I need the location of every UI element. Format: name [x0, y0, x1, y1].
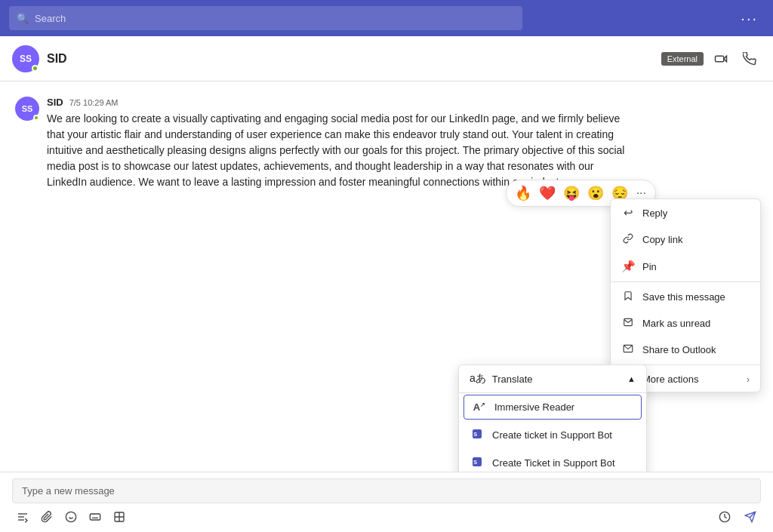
- schedule-icon: [719, 511, 731, 523]
- send-area: [714, 508, 761, 529]
- header-actions: External: [661, 48, 761, 70]
- collapse-icon: ▲: [627, 374, 636, 383]
- context-menu-right: ↩ Reply Copy link 📌 Pin Save this messag…: [610, 198, 761, 392]
- external-badge: External: [661, 52, 704, 66]
- translate-label: Translate: [492, 374, 533, 385]
- reaction-wow[interactable]: 😮: [585, 183, 606, 203]
- sub-immersive-reader[interactable]: A↗ Immersive Reader: [463, 395, 642, 420]
- sticker-button[interactable]: [109, 508, 130, 529]
- message-meta: SID 7/5 10:29 AM: [47, 97, 758, 108]
- avatar-initials: SS: [20, 54, 32, 64]
- msg-avatar-initials: SS: [22, 104, 33, 113]
- search-icon: 🔍: [17, 13, 29, 24]
- share-outlook-icon: [621, 343, 635, 356]
- sub-scroll-area[interactable]: A↗ Immersive Reader S Create ticket in S…: [459, 393, 646, 472]
- reaction-grin[interactable]: 😝: [561, 183, 582, 203]
- message-author: SID: [47, 97, 63, 108]
- save-icon: [621, 291, 635, 303]
- audio-call-button[interactable]: [738, 48, 761, 70]
- context-menu-sub: aあ Translate ▲ A↗ Immersive Reader S Cre…: [458, 364, 647, 472]
- ctx-reply[interactable]: ↩ Reply: [611, 199, 760, 226]
- ctx-mark-unread-label: Mark as unread: [642, 318, 710, 329]
- ctx-share-outlook[interactable]: Share to Outlook: [611, 337, 760, 363]
- svg-text:S: S: [473, 432, 477, 438]
- ctx-save-label: Save this message: [642, 291, 725, 303]
- keyboard-button[interactable]: [85, 508, 106, 529]
- svg-text:S: S: [473, 460, 477, 466]
- more-options-button[interactable]: ···: [735, 7, 764, 30]
- message-avatar: SS: [15, 97, 39, 121]
- create-ticket-2-icon: S: [470, 456, 485, 470]
- message-input-box[interactable]: Type a new message: [12, 478, 761, 503]
- more-actions-arrow-icon: ›: [747, 374, 750, 385]
- status-dot: [32, 65, 38, 72]
- immersive-reader-icon: A↗: [472, 401, 487, 413]
- input-toolbar: [12, 508, 761, 529]
- attach-button[interactable]: [36, 508, 57, 529]
- ctx-copy-link[interactable]: Copy link: [611, 226, 760, 253]
- reply-icon: ↩: [621, 206, 635, 220]
- msg-status-dot: [33, 115, 39, 121]
- sub-create-ticket-2[interactable]: S Create Ticket in Support Bot: [459, 449, 646, 472]
- svg-rect-22: [90, 514, 100, 520]
- ctx-save[interactable]: Save this message: [611, 284, 760, 310]
- svg-rect-0: [716, 56, 724, 62]
- ctx-mark-unread[interactable]: Mark as unread: [611, 310, 760, 337]
- message-container: SS SID 7/5 10:29 AM We are looking to cr…: [15, 97, 758, 190]
- reaction-fire[interactable]: 🔥: [513, 183, 534, 203]
- pin-icon: 📌: [621, 260, 635, 273]
- emoji-button[interactable]: [60, 508, 82, 529]
- send-icon: [744, 511, 756, 523]
- ctx-copy-link-label: Copy link: [642, 234, 682, 245]
- mark-unread-icon: [621, 317, 635, 330]
- sub-translate[interactable]: aあ Translate ▲: [459, 365, 646, 393]
- copy-link-icon: [621, 233, 635, 246]
- chat-header: SS SID External: [0, 36, 773, 81]
- sub-create-ticket-1-label: Create ticket in Support Bot: [492, 429, 612, 441]
- translate-icon: aあ: [470, 372, 486, 386]
- video-icon: [714, 52, 728, 66]
- ctx-pin-label: Pin: [642, 261, 657, 272]
- ctx-share-outlook-label: Share to Outlook: [642, 344, 716, 355]
- top-bar: 🔍 ···: [0, 0, 773, 36]
- ctx-more-actions-label: More actions: [642, 374, 698, 385]
- format-button[interactable]: [12, 508, 33, 529]
- sub-immersive-reader-label: Immersive Reader: [494, 401, 574, 413]
- sticker-icon: [113, 511, 125, 523]
- format-icon: [17, 511, 29, 523]
- sub-create-ticket-1[interactable]: S Create ticket in Support Bot: [459, 421, 646, 449]
- sub-create-ticket-2-label: Create Ticket in Support Bot: [492, 457, 615, 469]
- message-content: SID 7/5 10:29 AM We are looking to creat…: [47, 97, 758, 190]
- avatar: SS: [12, 45, 39, 72]
- message-placeholder: Type a new message: [22, 485, 115, 497]
- emoji-icon: [65, 511, 77, 523]
- schedule-send-button[interactable]: [714, 508, 735, 529]
- send-button[interactable]: [740, 508, 761, 529]
- search-box[interactable]: 🔍: [9, 6, 522, 30]
- video-call-button[interactable]: [710, 48, 732, 70]
- top-bar-right: ···: [735, 7, 764, 30]
- svg-point-19: [66, 512, 75, 521]
- message-time: 7/5 10:29 AM: [69, 98, 119, 107]
- reaction-heart[interactable]: ❤️: [537, 183, 558, 203]
- message-text: We are looking to create a visually capt…: [47, 111, 636, 190]
- input-area: Type a new message: [0, 472, 773, 532]
- chat-area: SS SID 7/5 10:29 AM We are looking to cr…: [0, 81, 773, 472]
- attach-icon: [41, 511, 53, 523]
- phone-icon: [743, 52, 756, 66]
- keyboard-icon: [89, 511, 101, 523]
- ctx-divider-1: [611, 281, 760, 282]
- search-input[interactable]: [35, 13, 515, 24]
- create-ticket-1-icon: S: [470, 428, 485, 442]
- ctx-pin[interactable]: 📌 Pin: [611, 253, 760, 280]
- ctx-reply-label: Reply: [642, 208, 667, 219]
- chat-name: SID: [47, 52, 67, 66]
